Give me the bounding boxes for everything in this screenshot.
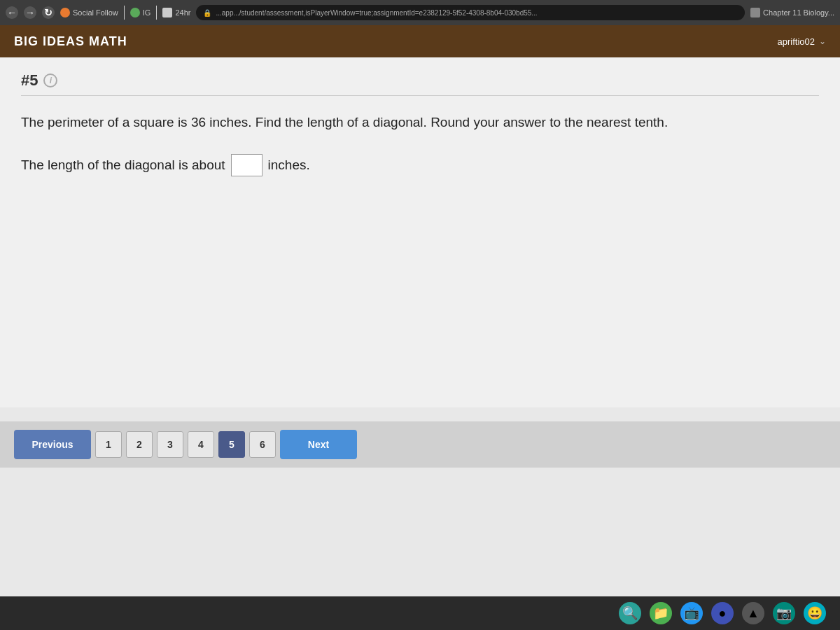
chevron-down-icon: ⌄	[819, 36, 826, 46]
previous-button[interactable]: Previous	[14, 430, 91, 459]
taskbar-icon-screen[interactable]: 📺	[680, 602, 703, 624]
taskbar-icon-camera[interactable]: 📷	[773, 602, 795, 624]
answer-suffix: inches.	[268, 158, 310, 173]
page-button-5[interactable]: 5	[218, 431, 245, 458]
nav-bar: Previous 1 2 3 4 5 6 Next	[0, 421, 840, 468]
separator	[124, 6, 125, 20]
url-icon: 🔒	[203, 9, 211, 17]
question-text: The perimeter of a square is 36 inches. …	[21, 113, 819, 133]
taskbar-icon-files[interactable]: 📁	[650, 602, 672, 624]
main-content: #5 i The perimeter of a square is 36 inc…	[0, 57, 840, 407]
page-button-1[interactable]: 1	[95, 431, 122, 458]
taskbar-icon-search[interactable]: 🔍	[619, 602, 641, 624]
tab-social-follow[interactable]: Social Follow	[60, 8, 118, 18]
page-button-3[interactable]: 3	[157, 431, 183, 458]
taskbar: 🔍 📁 📺 ● ▲ 📷 😀	[0, 596, 840, 630]
app-header: BIG IDEAS MATH apriftio02 ⌄	[0, 25, 840, 57]
page-button-2[interactable]: 2	[126, 431, 153, 458]
tab-24hr[interactable]: 24hr	[162, 8, 190, 18]
url-bar[interactable]: 🔒 ...app.../student/assessment,isPlayerW…	[196, 5, 745, 20]
app-title: BIG IDEAS MATH	[14, 34, 127, 49]
tab-ig[interactable]: IG	[130, 8, 151, 18]
page-button-4[interactable]: 4	[188, 431, 214, 458]
tab-chapter11[interactable]: Chapter 11 Biology...	[750, 8, 834, 18]
next-button[interactable]: Next	[280, 430, 357, 459]
taskbar-icon-triangle[interactable]: ▲	[742, 602, 764, 624]
info-icon[interactable]: i	[43, 74, 57, 88]
divider	[21, 95, 819, 96]
browser-bar: ← → ↻ Social Follow IG 24hr 🔒 ...app.../…	[0, 0, 840, 25]
browser-refresh-icon[interactable]: ↻	[42, 6, 55, 19]
username-label: apriftio02	[778, 36, 815, 47]
question-number: #5 i	[21, 71, 819, 90]
user-dropdown[interactable]: apriftio02 ⌄	[778, 36, 826, 47]
answer-prefix: The length of the diagonal is about	[21, 158, 225, 173]
taskbar-icon-face[interactable]: 😀	[804, 602, 826, 624]
browser-forward-icon[interactable]: →	[24, 6, 36, 19]
taskbar-icon-circle[interactable]: ●	[711, 602, 734, 624]
answer-row: The length of the diagonal is about inch…	[21, 154, 819, 176]
separator	[156, 6, 157, 20]
page-button-6[interactable]: 6	[249, 431, 276, 458]
browser-back-icon[interactable]: ←	[6, 6, 18, 19]
answer-input[interactable]	[231, 154, 262, 176]
